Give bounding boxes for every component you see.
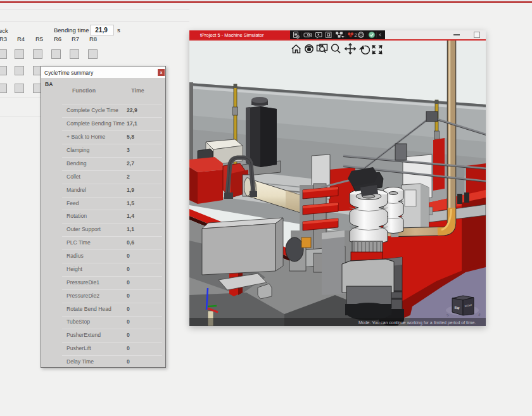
svg-text:2: 2 [355, 32, 357, 38]
svg-text:Mode. You can continue working: Mode. You can continue working for a lim… [358, 320, 476, 325]
